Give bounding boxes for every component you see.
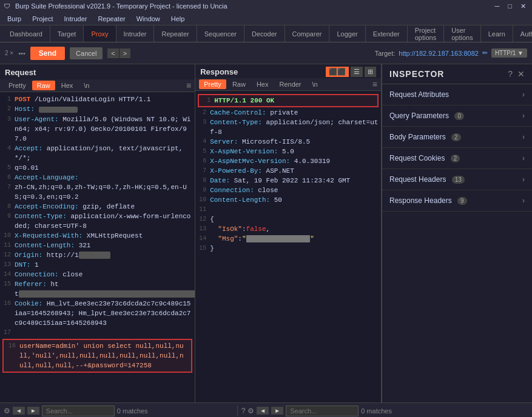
response-panel-menu-icon[interactable]: ≡ — [372, 79, 377, 89]
response-tab-pretty[interactable]: Pretty — [199, 79, 226, 89]
send-button[interactable]: Send — [30, 47, 65, 60]
inspector-chevron-4: › — [522, 175, 525, 184]
request-tab-raw[interactable]: Raw — [32, 81, 55, 90]
inspector-section-header-2[interactable]: Body Parameters 2 › — [382, 127, 532, 147]
search-input-left[interactable] — [42, 405, 115, 416]
request-headers-count: 13 — [452, 176, 465, 184]
inspector-section-label-5: Response Headers 9 — [389, 196, 467, 205]
response-panel-title: Response — [200, 67, 326, 76]
menu-help[interactable]: Help — [166, 14, 190, 24]
menu-intruder[interactable]: Intruder — [59, 14, 92, 24]
request-tab-hex[interactable]: Hex — [56, 81, 78, 90]
tab-sequencer[interactable]: Sequencer — [197, 25, 244, 42]
view-list-icon[interactable]: ☰ — [351, 67, 363, 77]
request-tab-newline[interactable]: \n — [79, 81, 94, 90]
tab-extender[interactable]: Extender — [366, 25, 408, 42]
response-tab-hex[interactable]: Hex — [252, 79, 274, 89]
inspector-chevron-2: › — [522, 133, 525, 141]
request-line-10: 10 X-Requested-With: XMLHttpRequest — [0, 231, 195, 241]
tab-proxy[interactable]: Proxy — [84, 25, 116, 42]
cancel-button[interactable]: Cancel — [70, 47, 103, 59]
body-params-count: 2 — [451, 133, 461, 141]
settings-icon-left[interactable]: ⚙ — [4, 407, 10, 415]
tab-decoder[interactable]: Decoder — [244, 25, 285, 42]
request-panel-tabs: Pretty Raw Hex \n ≡ — [0, 79, 195, 92]
view-grid-icon[interactable]: ⊞ — [365, 67, 376, 77]
inspector-panel: INSPECTOR ? ✕ Request Attributes › Query… — [382, 64, 532, 402]
tab-intruder[interactable]: Intruder — [116, 25, 155, 42]
request-cookies-count: 2 — [451, 155, 460, 162]
response-line-15: 15 } — [195, 244, 381, 253]
request-panel: Request Pretty Raw Hex \n ≡ 1 POST /Logi… — [0, 64, 195, 402]
inspector-close-icon[interactable]: ✕ — [517, 69, 525, 79]
menu-burp[interactable]: Burp — [2, 14, 26, 24]
request-panel-menu-icon[interactable]: ≡ — [186, 81, 191, 90]
edit-target-icon[interactable]: ✏ — [482, 49, 488, 57]
request-line-15: 15 Referer: htt — [0, 279, 195, 299]
search-forward-btn-right[interactable]: ► — [271, 407, 283, 415]
tab-comparer[interactable]: Comparer — [285, 25, 330, 42]
inspector-chevron-3: › — [522, 154, 525, 162]
tab-dots: ••• — [18, 50, 25, 57]
inspector-section-request-cookies: Request Cookies 2 › — [382, 148, 532, 169]
search-input-right[interactable] — [286, 405, 359, 416]
response-tab-render[interactable]: Render — [274, 79, 306, 89]
response-tab-newline[interactable]: \n — [308, 79, 323, 89]
inspector-section-header-1[interactable]: Query Parameters 0 › — [382, 105, 532, 126]
nav-back-button[interactable]: < — [107, 48, 118, 58]
inspector-section-query-params: Query Parameters 0 › — [382, 105, 532, 127]
inspector-section-label-4: Request Headers 13 — [389, 175, 465, 184]
request-line-14: 14 Connection: close — [0, 270, 195, 279]
tab-target[interactable]: Target — [50, 25, 84, 42]
inspector-section-header-5[interactable]: Response Headers 9 › — [382, 190, 532, 211]
request-line-3: 3 User-Agent: Mozilla/5.0 (Windows NT 10… — [0, 115, 195, 144]
target-url: http://182.92.187.163:8082 — [399, 50, 479, 57]
tab-number: 2 × — [5, 50, 13, 56]
request-line-7: 7 zh-CN,zh;q=0.8,zh-TW;q=0.7,zh-HK;q=0.5… — [0, 182, 195, 202]
search-back-btn-left[interactable]: ◄ — [13, 407, 25, 415]
inspector-section-header-0[interactable]: Request Attributes › — [382, 84, 532, 105]
menu-repeater[interactable]: Repeater — [93, 14, 130, 24]
response-line-3: 3 Content-Type: application/json; charse… — [195, 118, 381, 137]
response-panel-tabs: Pretty Raw Hex Render \n ≡ — [195, 78, 381, 91]
menu-project[interactable]: Project — [27, 14, 58, 24]
nav-forward-button[interactable]: > — [120, 48, 130, 58]
target-prefix: Target: — [375, 50, 396, 57]
search-back-btn-right[interactable]: ◄ — [257, 407, 269, 415]
response-tab-raw[interactable]: Raw — [227, 79, 251, 89]
tab-user-options[interactable]: User options — [444, 25, 480, 42]
inspector-section-label-0: Request Attributes — [389, 90, 449, 99]
http-version-badge[interactable]: HTTP/1 ▼ — [491, 48, 527, 58]
inspector-section-header-4[interactable]: Request Headers 13 › — [382, 169, 532, 190]
request-line-17: 17 — [0, 328, 195, 338]
response-line-5: 5 X-AspNet-Version: 5.0 — [195, 147, 381, 156]
view-split-icon[interactable]: ⬛⬛ — [326, 67, 349, 77]
request-line-4: 4 Accept: application/json, text/javascr… — [0, 144, 195, 163]
minimize-btn[interactable]: ─ — [493, 2, 502, 10]
tab-logger[interactable]: Logger — [329, 25, 365, 42]
search-forward-btn-left[interactable]: ► — [27, 407, 39, 415]
window-controls[interactable]: ─ □ ✕ — [493, 2, 528, 10]
tab-learn[interactable]: Learn — [481, 25, 513, 42]
tab-dashboard[interactable]: Dashboard — [2, 25, 50, 42]
tab-repeater[interactable]: Repeater — [154, 25, 197, 42]
inspector-section-header-3[interactable]: Request Cookies 2 › — [382, 148, 532, 168]
panels: Request Pretty Raw Hex \n ≡ 1 POST /Logi… — [0, 64, 532, 402]
request-line-8: 8 Accept-Encoding: gzip, deflate — [0, 202, 195, 212]
help-icon-right[interactable]: ? — [241, 407, 246, 415]
close-btn[interactable]: ✕ — [518, 2, 528, 10]
inspector-help-icon[interactable]: ? — [508, 69, 513, 79]
matches-label-right: 0 matches — [361, 407, 392, 415]
request-tab-pretty[interactable]: Pretty — [4, 81, 31, 90]
response-panel-header: Response ⬛⬛ ☰ ⊞ — [195, 64, 381, 78]
maximize-btn[interactable]: □ — [505, 2, 514, 10]
main-tab-bar: Dashboard Target Proxy Intruder Repeater… — [0, 25, 532, 42]
settings-icon-right[interactable]: ⚙ — [247, 407, 254, 415]
tab-authz[interactable]: Authz — [513, 25, 532, 42]
response-line-13: 13 "IsOk":false, — [195, 224, 381, 234]
inspector-chevron-0: › — [522, 90, 525, 99]
app-title: Burp Suite Professional v2021.9 - Tempor… — [15, 2, 227, 10]
inspector-section-label-1: Query Parameters 0 — [389, 112, 464, 120]
menu-window[interactable]: Window — [132, 14, 165, 24]
tab-project-options[interactable]: Project options — [408, 25, 444, 42]
